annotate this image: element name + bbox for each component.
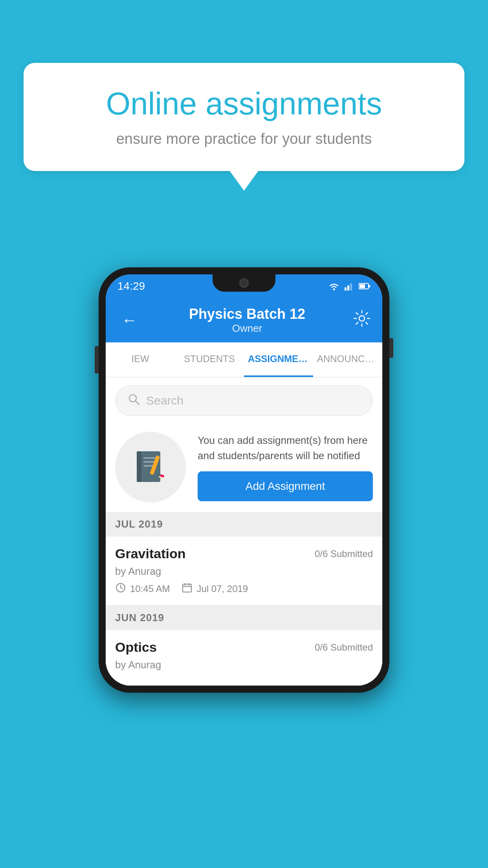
settings-button[interactable] bbox=[353, 310, 371, 331]
speech-bubble: Online assignments ensure more practice … bbox=[24, 63, 464, 171]
header-subtitle: Owner bbox=[189, 322, 305, 335]
phone-side-btn-left bbox=[95, 346, 99, 373]
search-input-placeholder: Search bbox=[146, 394, 183, 407]
assignment-optics-submitted: 0/6 Submitted bbox=[315, 642, 373, 653]
assignment-gravitation-meta: 10:45 AM Jul 07, 201 bbox=[115, 582, 373, 596]
phone-camera bbox=[239, 278, 249, 288]
assignment-optics-top: Optics 0/6 Submitted bbox=[115, 640, 373, 655]
search-icon bbox=[127, 393, 140, 408]
assignment-gravitation-time: 10:45 AM bbox=[115, 582, 170, 596]
svg-rect-5 bbox=[360, 284, 365, 288]
assignment-gravitation-top: Gravitation 0/6 Submitted bbox=[115, 546, 373, 561]
svg-rect-6 bbox=[369, 285, 370, 287]
svg-point-0 bbox=[333, 289, 335, 291]
clock-icon bbox=[115, 582, 126, 596]
svg-rect-3 bbox=[350, 283, 352, 291]
svg-line-9 bbox=[136, 401, 139, 405]
speech-bubble-section: Online assignments ensure more practice … bbox=[24, 63, 464, 171]
phone-mockup: 14:29 bbox=[99, 267, 389, 693]
phone-notch bbox=[213, 274, 275, 292]
section-header-jul-text: JUL 2019 bbox=[115, 518, 373, 530]
speech-bubble-title: Online assignments bbox=[55, 86, 433, 121]
promo-icon-circle bbox=[115, 432, 186, 502]
back-button[interactable]: ← bbox=[117, 307, 141, 333]
assignment-gravitation-title: Gravitation bbox=[115, 546, 185, 561]
assignment-gravitation-by: by Anurag bbox=[115, 565, 373, 577]
svg-line-20 bbox=[121, 588, 123, 589]
svg-point-7 bbox=[359, 316, 365, 321]
app-header: ← Physics Batch 12 Owner bbox=[106, 298, 382, 342]
svg-rect-1 bbox=[345, 287, 347, 291]
svg-rect-14 bbox=[143, 465, 153, 467]
section-header-jul: JUL 2019 bbox=[106, 512, 382, 537]
status-time: 14:29 bbox=[117, 280, 145, 292]
battery-icon bbox=[359, 283, 371, 290]
status-icons bbox=[328, 282, 371, 291]
header-center: Physics Batch 12 Owner bbox=[189, 306, 305, 335]
assignment-gravitation-date-text: Jul 07, 2019 bbox=[196, 583, 248, 594]
add-assignment-button[interactable]: Add Assignment bbox=[198, 471, 373, 501]
tab-announcements[interactable]: ANNOUNCEM... bbox=[313, 342, 382, 377]
tab-assignments[interactable]: ASSIGNMENTS bbox=[244, 342, 313, 377]
svg-rect-2 bbox=[347, 285, 349, 291]
tabs-bar: IEW STUDENTS ASSIGNMENTS ANNOUNCEM... bbox=[106, 342, 382, 377]
phone-outer: 14:29 bbox=[99, 267, 389, 693]
assignment-optics-by: by Anurag bbox=[115, 659, 373, 671]
tab-students[interactable]: STUDENTS bbox=[175, 342, 244, 377]
section-header-jun-text: JUN 2019 bbox=[115, 612, 373, 624]
search-container: Search bbox=[106, 377, 382, 424]
phone-side-btn-right bbox=[389, 338, 393, 358]
promo-text-area: You can add assignment(s) from here and … bbox=[198, 433, 373, 501]
svg-rect-11 bbox=[137, 451, 141, 482]
wifi-icon bbox=[328, 282, 340, 291]
assignment-gravitation[interactable]: Gravitation 0/6 Submitted by Anurag bbox=[106, 537, 382, 605]
section-header-jun: JUN 2019 bbox=[106, 605, 382, 630]
speech-bubble-subtitle: ensure more practice for your students bbox=[55, 131, 433, 147]
assignment-gravitation-date: Jul 07, 2019 bbox=[182, 582, 248, 596]
promo-section: You can add assignment(s) from here and … bbox=[106, 424, 382, 512]
assignment-gravitation-time-text: 10:45 AM bbox=[130, 583, 170, 594]
assignment-optics-title: Optics bbox=[115, 640, 157, 655]
notebook-icon bbox=[131, 447, 170, 487]
assignment-optics[interactable]: Optics 0/6 Submitted by Anurag bbox=[106, 630, 382, 686]
promo-description: You can add assignment(s) from here and … bbox=[198, 433, 373, 463]
assignment-gravitation-submitted: 0/6 Submitted bbox=[315, 548, 373, 559]
tab-iew[interactable]: IEW bbox=[106, 342, 175, 377]
header-title: Physics Batch 12 bbox=[189, 306, 305, 322]
signal-icon bbox=[345, 282, 354, 291]
search-bar[interactable]: Search bbox=[115, 385, 373, 416]
content-area: Search bbox=[106, 377, 382, 686]
phone-screen: 14:29 bbox=[106, 274, 382, 686]
calendar-icon bbox=[182, 582, 193, 596]
svg-rect-21 bbox=[183, 584, 191, 592]
svg-rect-12 bbox=[143, 457, 157, 459]
